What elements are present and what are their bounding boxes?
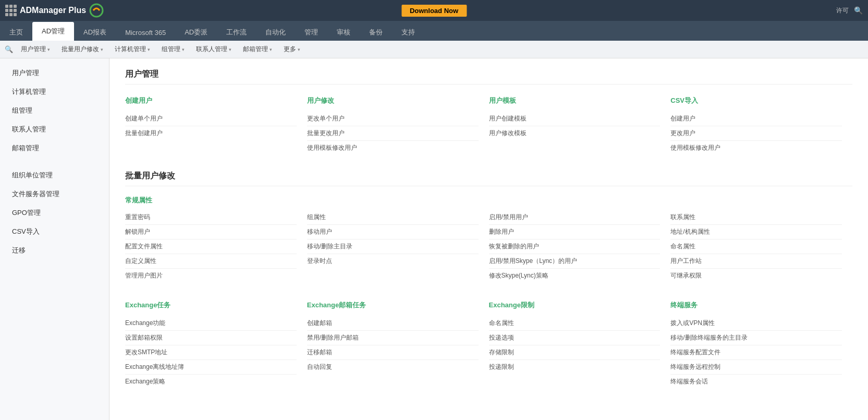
sub-nav-batch-modify[interactable]: 批量用户修改 ▾ — [56, 42, 108, 57]
enable-disable-user-link[interactable]: 启用/禁用用户 — [489, 210, 661, 225]
nav-item-audit[interactable]: 审核 — [327, 24, 360, 41]
sidebar-item-gpo-mgmt[interactable]: GPO管理 — [0, 203, 109, 222]
nav-item-ad-mgmt[interactable]: AD管理 — [32, 22, 74, 41]
reset-password-link[interactable]: 重置密码 — [125, 210, 297, 225]
exchange-tasks-column: Exchange任务 Exchange功能 设置邮箱权限 更改SMTP地址 Ex… — [125, 298, 307, 389]
change-single-user-link[interactable]: 更改单个用户 — [307, 112, 479, 126]
group-attr-link[interactable]: 组属性 — [307, 210, 479, 225]
batch-modify-title: 批量用户修改 — [125, 171, 852, 186]
sub-nav-group-mgmt[interactable]: 组管理 ▾ — [156, 42, 190, 57]
main-content: 用户管理 创建用户 创建单个用户 批量创建用户 用户修改 更改单个用户 批量更改… — [109, 58, 868, 420]
nav-item-ad-report[interactable]: AD报表 — [74, 24, 116, 41]
exchange-mailbox-column: Exchange邮箱任务 创建邮箱 禁用/删除用户邮箱 迁移邮箱 自动回复 — [307, 298, 489, 389]
sub-nav-more[interactable]: 更多 ▾ — [278, 42, 305, 57]
auto-reply-link[interactable]: 自动回复 — [307, 360, 479, 374]
address-org-attr-link[interactable]: 地址/机构属性 — [670, 225, 842, 239]
user-workstation-link[interactable]: 用户工作站 — [670, 254, 842, 269]
batch-create-user-link[interactable]: 批量创建用户 — [125, 126, 297, 140]
delete-user-link[interactable]: 删除用户 — [489, 225, 661, 239]
restore-deleted-user-link[interactable]: 恢复被删除的用户 — [489, 239, 661, 254]
enable-disable-skype-link[interactable]: 启用/禁用Skype（Lync）的用户 — [489, 254, 661, 269]
manage-user-photo-link[interactable]: 管理用户图片 — [125, 269, 297, 283]
logo-text: ADManager Plus — [20, 6, 86, 15]
sidebar-item-ou-mgmt[interactable]: 组织单位管理 — [0, 166, 109, 185]
top-bar-right: 许可 🔍 — [836, 6, 863, 15]
template-modify-user-link[interactable]: 使用模板修改用户 — [307, 141, 479, 155]
sub-nav-mailbox-mgmt[interactable]: 邮箱管理 ▾ — [238, 42, 277, 57]
dialin-vpn-link[interactable]: 拨入或VPN属性 — [670, 316, 842, 331]
sidebar: 用户管理 计算机管理 组管理 联系人管理 邮箱管理 组织单位管理 文件服务器管理… — [0, 58, 109, 420]
delivery-options-link[interactable]: 投递选项 — [489, 331, 661, 345]
user-mgmt-title: 用户管理 — [125, 69, 852, 85]
sub-nav-search[interactable]: 🔍 — [3, 44, 15, 55]
general-col3: 启用/禁用用户 删除用户 恢复被删除的用户 启用/禁用Skype（Lync）的用… — [489, 210, 671, 283]
sub-nav-contact-mgmt[interactable]: 联系人管理 ▾ — [191, 42, 237, 57]
disable-delete-mailbox-link[interactable]: 禁用/删除用户邮箱 — [307, 331, 479, 345]
set-mailbox-permissions-link[interactable]: 设置邮箱权限 — [125, 331, 297, 345]
contact-attr-link[interactable]: 联系属性 — [670, 210, 842, 225]
unlock-user-link[interactable]: 解锁用户 — [125, 225, 297, 239]
sidebar-item-group-mgmt[interactable]: 组管理 — [0, 101, 109, 120]
login-time-link[interactable]: 登录时点 — [307, 254, 479, 268]
sidebar-item-contact-mgmt[interactable]: 联系人管理 — [0, 120, 109, 139]
sidebar-divider — [0, 158, 109, 166]
exchange-features-link[interactable]: Exchange功能 — [125, 316, 297, 331]
csv-import-column: CSV导入 创建用户 更改用户 使用模板修改用户 — [670, 94, 852, 155]
nav-item-backup[interactable]: 备份 — [360, 24, 392, 41]
nav-item-management[interactable]: 管理 — [295, 24, 327, 41]
csv-template-modify-link[interactable]: 使用模板修改用户 — [670, 141, 842, 155]
logo-circle-icon — [89, 3, 104, 18]
user-mgmt-section: 用户管理 创建用户 创建单个用户 批量创建用户 用户修改 更改单个用户 批量更改… — [125, 69, 852, 155]
sidebar-item-computer-mgmt[interactable]: 计算机管理 — [0, 82, 109, 101]
ts-session-link[interactable]: 终端服务会话 — [670, 375, 842, 389]
create-single-user-link[interactable]: 创建单个用户 — [125, 112, 297, 126]
change-smtp-link[interactable]: 更改SMTP地址 — [125, 345, 297, 360]
user-label: 许可 — [836, 6, 849, 15]
modify-skype-policy-link[interactable]: 修改Skype(Lync)策略 — [489, 269, 661, 283]
custom-attr-link[interactable]: 自定义属性 — [125, 254, 297, 269]
sidebar-item-user-mgmt[interactable]: 用户管理 — [0, 64, 109, 82]
exchange-tasks-category: Exchange任务 — [125, 301, 297, 310]
exchange-oab-link[interactable]: Exchange离线地址簿 — [125, 360, 297, 375]
exchange-policy-link[interactable]: Exchange策略 — [125, 375, 297, 389]
nav-item-support[interactable]: 支持 — [392, 24, 424, 41]
sub-nav: 🔍 用户管理 ▾ 批量用户修改 ▾ 计算机管理 ▾ 组管理 ▾ 联系人管理 ▾ … — [0, 41, 868, 58]
create-mailbox-link[interactable]: 创建邮箱 — [307, 316, 479, 331]
move-delete-home-link[interactable]: 移动/删除主目录 — [307, 239, 479, 254]
ts-profile-link[interactable]: 终端服务配置文件 — [670, 345, 842, 360]
exchange-grid: Exchange任务 Exchange功能 设置邮箱权限 更改SMTP地址 Ex… — [125, 298, 852, 389]
delivery-restrictions-link[interactable]: 投递限制 — [489, 360, 661, 374]
sidebar-item-mailbox-mgmt[interactable]: 邮箱管理 — [0, 139, 109, 158]
sidebar-item-csv-import[interactable]: CSV导入 — [0, 222, 109, 241]
inheritable-permissions-link[interactable]: 可继承权限 — [670, 269, 842, 283]
move-user-link[interactable]: 移动用户 — [307, 225, 479, 239]
nav-item-m365[interactable]: Microsoft 365 — [116, 24, 175, 41]
user-mgmt-grid: 创建用户 创建单个用户 批量创建用户 用户修改 更改单个用户 批量更改用户 使用… — [125, 94, 852, 155]
sub-nav-computer-mgmt[interactable]: 计算机管理 ▾ — [109, 42, 155, 57]
config-profile-link[interactable]: 配置文件属性 — [125, 239, 297, 254]
nav-item-home[interactable]: 主页 — [0, 24, 32, 41]
migrate-mailbox-link[interactable]: 迁移邮箱 — [307, 345, 479, 360]
naming-attr2-link[interactable]: 命名属性 — [489, 316, 661, 331]
general-col1: 重置密码 解锁用户 配置文件属性 自定义属性 管理用户图片 — [125, 210, 307, 283]
user-modify-template-link[interactable]: 用户修改模板 — [489, 126, 661, 140]
batch-change-user-link[interactable]: 批量更改用户 — [307, 126, 479, 141]
ts-remote-control-link[interactable]: 终端服务远程控制 — [670, 360, 842, 375]
nav-item-automation[interactable]: 自动化 — [256, 24, 295, 41]
download-now-button[interactable]: Download Now — [401, 5, 467, 17]
sidebar-item-fileserver-mgmt[interactable]: 文件服务器管理 — [0, 185, 109, 203]
storage-limits-link[interactable]: 存储限制 — [489, 345, 661, 360]
csv-create-user-link[interactable]: 创建用户 — [670, 112, 842, 126]
ts-move-home-link[interactable]: 移动/删除终端服务的主目录 — [670, 331, 842, 345]
csv-change-user-link[interactable]: 更改用户 — [670, 126, 842, 141]
create-user-category: 创建用户 — [125, 96, 297, 105]
sub-nav-user-mgmt[interactable]: 用户管理 ▾ — [16, 42, 55, 57]
nav-item-workflow[interactable]: 工作流 — [217, 24, 256, 41]
layout: 用户管理 计算机管理 组管理 联系人管理 邮箱管理 组织单位管理 文件服务器管理… — [0, 58, 868, 420]
naming-attr-link[interactable]: 命名属性 — [670, 239, 842, 254]
nav-item-ad-delegate[interactable]: AD委派 — [175, 24, 217, 41]
batch-modify-section: 批量用户修改 常规属性 重置密码 解锁用户 配置文件属性 自定义属性 管理用户图… — [125, 171, 852, 389]
search-icon[interactable]: 🔍 — [854, 6, 863, 15]
sidebar-item-migration[interactable]: 迁移 — [0, 241, 109, 260]
user-create-template-link[interactable]: 用户创建模板 — [489, 112, 661, 126]
